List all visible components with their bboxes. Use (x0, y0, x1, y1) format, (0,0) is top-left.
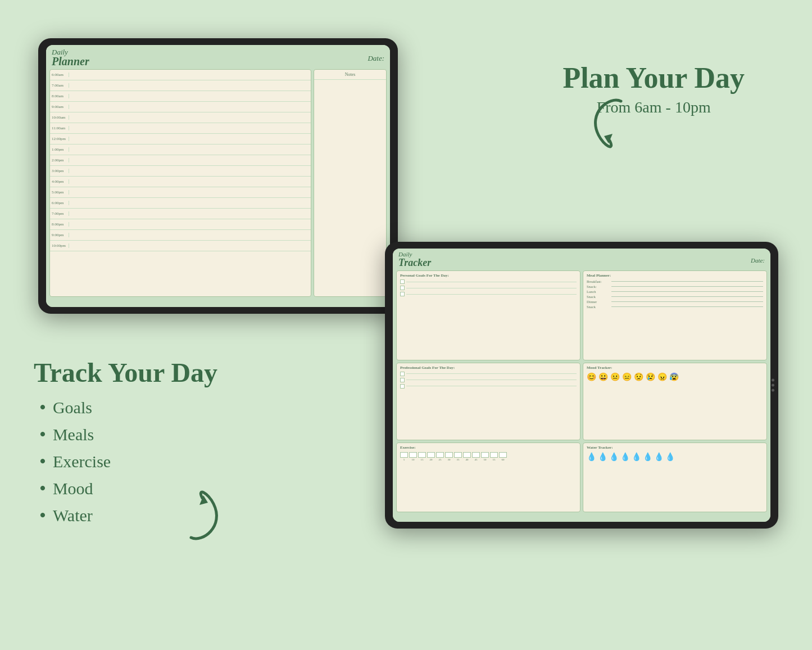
mood-emoji-list: 😊 😀 😐 😑 😟 😢 😠 😰 (587, 372, 763, 382)
time-row: 8:00am (50, 91, 311, 102)
meal-planner-title: Meal Planner: (587, 273, 763, 278)
time-row: 3:00pm (50, 166, 311, 177)
time-row: 9:00pm (50, 230, 311, 241)
ex-cell-8[interactable] (463, 452, 471, 458)
time-label: 1:00pm (50, 147, 69, 152)
water-drop-8[interactable]: 💧 (665, 452, 675, 462)
mood-emoji-5[interactable]: 😢 (646, 372, 655, 382)
ex-cell-6[interactable] (445, 452, 453, 458)
water-drop-7[interactable]: 💧 (654, 452, 664, 462)
tracker-header: Daily Tracker Date: (393, 249, 770, 269)
arrow-to-planner (570, 90, 638, 157)
ex-cell-11[interactable] (490, 452, 498, 458)
pro-checkbox-2[interactable] (400, 378, 405, 382)
water-drop-2[interactable]: 💧 (598, 452, 607, 462)
professional-goals-title: Professional Goals For The Day: (400, 365, 577, 370)
ex-cell-12[interactable] (499, 452, 507, 458)
pro-checkbox-1[interactable] (400, 372, 405, 376)
mood-emoji-7[interactable]: 😰 (669, 372, 679, 382)
time-row: 8:00pm (50, 219, 311, 230)
water-drop-1[interactable]: 💧 (587, 452, 596, 462)
time-label: 8:00pm (50, 222, 69, 227)
ex-cell-1[interactable] (400, 452, 408, 458)
mood-emoji-1[interactable]: 😀 (598, 372, 608, 382)
meal-planner-card: Meal Planner: Breakfast: Snack: Lunch (583, 270, 767, 360)
ex-cell-4[interactable] (427, 452, 435, 458)
camera-dot-1 (772, 379, 774, 382)
mood-emoji-6[interactable]: 😠 (657, 372, 667, 382)
professional-goals-card: Professional Goals For The Day: (396, 363, 580, 441)
time-row: 11:00am (50, 123, 311, 134)
personal-checkbox-2[interactable] (400, 286, 405, 290)
ex-cell-7[interactable] (454, 452, 462, 458)
arrow-to-tracker (174, 481, 242, 549)
time-label: 7:00am (50, 83, 69, 88)
planner-body: 6:00am7:00am8:00am9:00am10:00am11:00am12… (46, 69, 390, 300)
water-tracker-title: Water Tracker: (587, 445, 763, 450)
mood-emoji-2[interactable]: 😐 (610, 372, 620, 382)
tracker-title-block: Daily Tracker (398, 251, 431, 268)
personal-goal-1 (400, 279, 577, 284)
time-label: 6:00am (50, 73, 69, 77)
time-row: 6:00pm (50, 198, 311, 209)
water-drop-4[interactable]: 💧 (620, 452, 630, 462)
personal-checkbox-1[interactable] (400, 279, 405, 284)
planner-title-block: Daily Planner (52, 48, 89, 67)
time-label: 9:00pm (50, 233, 69, 237)
mood-emoji-0[interactable]: 😊 (587, 372, 596, 382)
personal-checkbox-3[interactable] (400, 292, 405, 296)
time-label: 3:00pm (50, 169, 69, 173)
planner-screen: Daily Planner Date: 6:00am7:00am8:00am9:… (46, 45, 390, 307)
pro-checkbox-3[interactable] (400, 384, 405, 389)
time-label: 10:00am (50, 115, 69, 120)
time-row: 2:00pm (50, 155, 311, 166)
planner-header: Daily Planner Date: (46, 45, 390, 69)
tracker-date: Date: (751, 255, 765, 265)
time-label: 7:00pm (50, 211, 69, 216)
time-label: 9:00am (50, 105, 69, 109)
time-label: 10:00pm (50, 243, 69, 248)
time-row: 1:00pm (50, 145, 311, 155)
tracker-name-label: Tracker (398, 258, 431, 268)
personal-goal-2 (400, 286, 577, 290)
time-row: 10:00pm (50, 241, 311, 251)
tracker-body: Personal Goals For The Day: (393, 269, 770, 514)
meal-snack-1: Snack: (587, 285, 763, 288)
mood-emoji-4[interactable]: 😟 (634, 372, 643, 382)
water-drop-5[interactable]: 💧 (632, 452, 641, 462)
time-row: 4:00pm (50, 177, 311, 187)
time-label: 8:00am (50, 94, 69, 98)
track-title-heading: Track Your Day (34, 357, 217, 388)
track-item-meals: Meals (39, 424, 217, 445)
time-row: 7:00pm (50, 209, 311, 219)
ex-cell-3[interactable] (418, 452, 426, 458)
time-label: 6:00pm (50, 201, 69, 205)
tracker-screen: Daily Tracker Date: Personal Goals For T… (393, 249, 770, 522)
ex-cell-2[interactable] (409, 452, 417, 458)
water-drop-6[interactable]: 💧 (643, 452, 652, 462)
pro-goal-2 (400, 378, 577, 382)
water-drop-list: 💧 💧 💧 💧 💧 💧 💧 💧 (587, 452, 763, 462)
camera-dots (772, 379, 774, 392)
ex-cell-10[interactable] (481, 452, 489, 458)
ex-cell-9[interactable] (472, 452, 480, 458)
time-row: 6:00am (50, 70, 311, 80)
track-item-exercise: Exercise (39, 451, 217, 472)
notes-panel: Notes (314, 69, 387, 297)
time-label: 5:00pm (50, 190, 69, 195)
plan-title-heading: Plan Your Day (562, 62, 745, 94)
exercise-labels: 5 10 15 20 25 30 35 40 45 50 55 60 (400, 458, 577, 461)
ex-cell-5[interactable] (436, 452, 444, 458)
pro-goal-3 (400, 384, 577, 389)
meal-lunch: Lunch (587, 290, 763, 294)
mood-emoji-3[interactable]: 😑 (622, 372, 632, 382)
pro-goal-1 (400, 372, 577, 376)
meal-snack-3: Snack (587, 305, 763, 309)
time-label: 11:00am (50, 126, 69, 130)
camera-dot-3 (772, 389, 774, 392)
exercise-title: Exercise: (400, 445, 577, 450)
water-drop-3[interactable]: 💧 (609, 452, 619, 462)
notes-header: Notes (314, 70, 386, 80)
personal-goal-3 (400, 292, 577, 296)
meal-snack-2: Snack (587, 295, 763, 299)
